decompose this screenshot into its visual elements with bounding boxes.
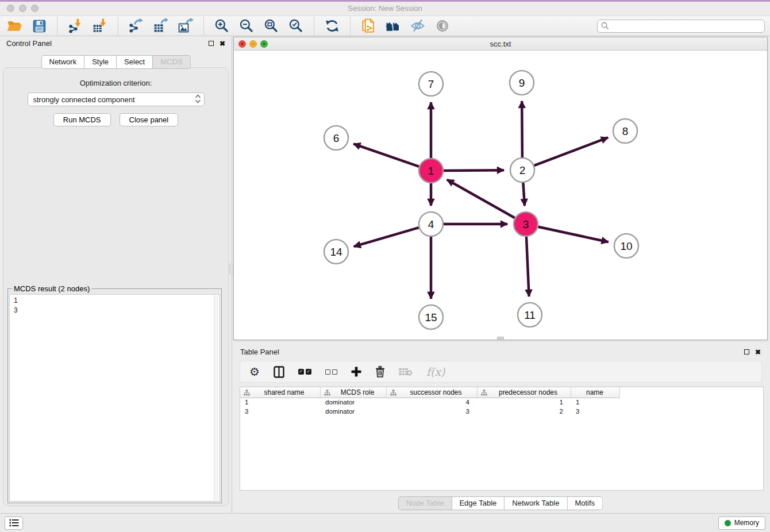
memory-button[interactable]: Memory	[718, 516, 765, 530]
trash-icon[interactable]	[375, 365, 385, 379]
tab-network[interactable]: Network	[41, 55, 84, 69]
node-7[interactable]: 7	[419, 72, 443, 96]
column-header-name[interactable]: name	[571, 387, 620, 398]
column-header-MCDS-role[interactable]: MCDS role	[321, 387, 387, 398]
title-bar: Session: New Session	[0, 0, 770, 16]
tab-mcds[interactable]: MCDS	[152, 55, 190, 69]
svg-text:9: 9	[519, 77, 525, 89]
float-panel-icon[interactable]	[209, 41, 214, 46]
table-cell: 3	[571, 407, 620, 417]
edge-2-9[interactable]	[522, 101, 522, 157]
node-2[interactable]: 2	[510, 158, 534, 182]
node-9[interactable]: 9	[510, 71, 534, 95]
import-table-icon[interactable]	[91, 17, 109, 34]
export-network-icon[interactable]	[128, 17, 145, 34]
edge-3-11[interactable]	[526, 237, 529, 296]
export-image-icon[interactable]	[177, 17, 194, 34]
table-panel-header: Table Panel ✖	[233, 345, 768, 359]
tab-node-table[interactable]: Node Table	[398, 496, 452, 510]
zoom-out-icon[interactable]	[238, 17, 255, 34]
edge-1-2[interactable]	[444, 170, 504, 171]
node-11[interactable]: 11	[518, 303, 542, 327]
node-14[interactable]: 14	[324, 240, 348, 264]
edge-3-1[interactable]	[447, 180, 515, 218]
tab-network-table[interactable]: Network Table	[504, 496, 567, 510]
node-6[interactable]: 6	[324, 126, 348, 150]
search-field[interactable]	[597, 20, 765, 33]
edge-2-3[interactable]	[523, 183, 525, 206]
criterion-dropdown[interactable]: strongly connected component	[28, 92, 205, 106]
edge-1-6[interactable]	[353, 144, 419, 166]
select-all-checkboxes-icon[interactable]: ✓✓	[298, 365, 311, 379]
control-panel-header: Control Panel ✖	[0, 36, 232, 51]
table-tabs: Node Table Edge Table Network Table Moti…	[398, 496, 603, 510]
column-header-shared-name[interactable]: shared name	[240, 387, 321, 398]
svg-text:15: 15	[425, 311, 437, 323]
close-panel-icon[interactable]: ✖	[220, 40, 225, 47]
node-8[interactable]: 8	[613, 119, 637, 143]
node-4[interactable]: 4	[419, 212, 443, 236]
list-icon	[9, 519, 19, 527]
network-window-titlebar[interactable]: × − + scc.txt	[234, 37, 767, 51]
node-10[interactable]: 10	[614, 234, 638, 258]
network-view-window: × − + scc.txt 7968124314101511	[233, 37, 768, 340]
network-canvas[interactable]: 7968124314101511	[234, 51, 767, 340]
float-table-panel-icon[interactable]	[744, 349, 749, 354]
gear-icon[interactable]: ⚙	[249, 365, 260, 379]
refresh-icon[interactable]	[324, 17, 341, 34]
network-window-title: scc.txt	[234, 40, 767, 48]
table-row[interactable]: 3dominator323	[240, 407, 763, 417]
zoom-fit-icon[interactable]	[263, 17, 280, 34]
task-history-button[interactable]	[5, 516, 23, 530]
eye-icon[interactable]	[434, 17, 451, 34]
import-network-icon[interactable]	[67, 17, 84, 34]
tab-style[interactable]: Style	[84, 55, 116, 69]
toolbar-separator	[118, 17, 118, 34]
application-window: Session: New Session	[0, 0, 770, 532]
canvas-resize-handle[interactable]	[497, 337, 504, 340]
run-mcds-button[interactable]: Run MCDS	[53, 113, 111, 126]
tab-motifs[interactable]: Motifs	[567, 496, 603, 510]
toolbar-separator	[314, 17, 314, 34]
column-header-predecessor-nodes[interactable]: predecessor nodes	[478, 387, 571, 398]
edge-3-10[interactable]	[538, 227, 609, 242]
tab-select[interactable]: Select	[116, 55, 152, 69]
column-type-icon	[481, 390, 487, 396]
mcds-result-lines[interactable]: 13	[9, 294, 220, 502]
home-icon[interactable]	[384, 17, 402, 34]
edge-2-8[interactable]	[534, 137, 609, 165]
mcds-result-line: 3	[14, 306, 211, 315]
save-icon[interactable]	[30, 17, 48, 34]
close-panel-button[interactable]: Close panel	[120, 113, 179, 126]
svg-text:11: 11	[524, 309, 536, 321]
edge-4-14[interactable]	[354, 228, 419, 246]
split-column-icon[interactable]	[274, 365, 284, 379]
close-table-panel-icon[interactable]: ✖	[755, 349, 761, 356]
export-table-icon[interactable]	[152, 17, 170, 34]
network-document-icon[interactable]	[360, 17, 377, 34]
tab-edge-table[interactable]: Edge Table	[451, 496, 504, 510]
table-row[interactable]: 1dominator411	[240, 398, 763, 407]
zoom-in-icon[interactable]	[213, 17, 230, 34]
memory-label: Memory	[734, 519, 759, 527]
svg-text:4: 4	[428, 218, 434, 230]
svg-text:3: 3	[523, 218, 529, 230]
search-input[interactable]	[611, 21, 761, 30]
window-top-accent	[0, 0, 770, 2]
result-scrollbar[interactable]	[214, 295, 219, 500]
add-icon[interactable]	[351, 365, 361, 379]
open-folder-icon[interactable]	[6, 17, 23, 34]
node-1[interactable]: 1	[419, 159, 443, 183]
node-15[interactable]: 15	[419, 305, 443, 329]
column-header-successor-nodes[interactable]: successor nodes	[387, 387, 478, 398]
optimization-criterion-label: Optimization criterion:	[3, 79, 228, 87]
svg-text:2: 2	[519, 164, 526, 176]
node-3[interactable]: 3	[514, 212, 538, 236]
mcds-result-line: 1	[14, 296, 211, 306]
column-type-icon	[324, 390, 330, 396]
zoom-selected-icon[interactable]	[287, 17, 305, 34]
memory-status-dot	[725, 520, 731, 526]
eye-hide-icon[interactable]	[409, 17, 426, 34]
deselect-all-checkboxes-icon[interactable]	[325, 365, 337, 379]
column-type-icon	[244, 390, 250, 396]
